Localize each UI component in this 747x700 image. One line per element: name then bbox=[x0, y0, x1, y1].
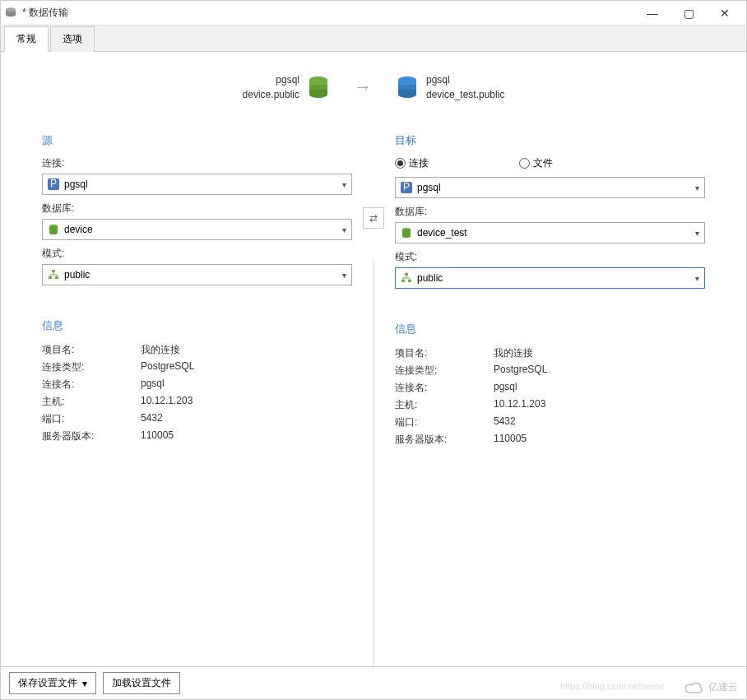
title-bar: * 数据传输 — ▢ ✕ bbox=[1, 1, 746, 25]
summary-target-conn: pgsql bbox=[426, 72, 504, 87]
source-connection-value: pgsql bbox=[64, 178, 88, 190]
postgres-icon: P bbox=[48, 178, 59, 190]
save-profile-button[interactable]: 保存设置文件 ▾ bbox=[9, 672, 96, 694]
cloud-icon bbox=[685, 681, 703, 694]
info-key: 项目名: bbox=[42, 343, 141, 357]
radio-file-label: 文件 bbox=[533, 156, 553, 170]
radio-connection[interactable]: 连接 bbox=[395, 156, 429, 170]
chevron-down-icon: ▾ bbox=[342, 271, 346, 280]
watermark: 亿速云 bbox=[685, 680, 738, 694]
info-val: pgsql bbox=[141, 378, 165, 392]
app-icon bbox=[4, 7, 17, 20]
source-panel: 源 连接: P pgsql ▾ 数据库: device ▾ 模式: public… bbox=[42, 125, 362, 666]
target-schema-value: public bbox=[417, 272, 443, 284]
source-schema-label: 模式: bbox=[42, 247, 352, 261]
swap-button[interactable]: ⇄ bbox=[363, 207, 384, 229]
target-database-label: 数据库: bbox=[395, 205, 705, 219]
svg-text:P: P bbox=[403, 182, 410, 192]
minimize-button[interactable]: — bbox=[634, 1, 670, 25]
info-val: 5432 bbox=[141, 412, 163, 426]
info-key: 连接类型: bbox=[42, 360, 141, 374]
info-key: 项目名: bbox=[395, 346, 494, 360]
radio-file[interactable]: 文件 bbox=[519, 156, 553, 170]
source-schema-select[interactable]: public ▾ bbox=[42, 264, 352, 285]
target-schema-select[interactable]: public ▾ bbox=[395, 267, 705, 289]
info-val: PostgreSQL bbox=[494, 364, 547, 378]
chevron-down-icon: ▾ bbox=[695, 183, 699, 192]
source-info-title: 信息 bbox=[42, 318, 352, 333]
source-title: 源 bbox=[42, 133, 352, 148]
info-key: 连接类型: bbox=[395, 364, 494, 378]
database-source-icon bbox=[308, 76, 329, 99]
schema-icon bbox=[48, 269, 59, 280]
target-database-select[interactable]: device_test ▾ bbox=[395, 222, 705, 243]
arrow-right-icon: → bbox=[354, 76, 372, 98]
target-panel: 目标 连接 文件 P pgsql ▾ 数据库: device_test ▾ bbox=[385, 125, 705, 666]
source-connection-label: 连接: bbox=[42, 156, 352, 170]
info-val: PostgreSQL bbox=[141, 360, 194, 374]
tab-options[interactable]: 选项 bbox=[50, 26, 95, 52]
svg-rect-14 bbox=[401, 280, 405, 282]
source-database-label: 数据库: bbox=[42, 202, 352, 216]
info-val: 110005 bbox=[494, 433, 527, 447]
info-val: 10.12.1.203 bbox=[141, 395, 193, 409]
swap-icon: ⇄ bbox=[369, 212, 378, 224]
info-key: 主机: bbox=[395, 398, 494, 412]
summary-target-db: device_test.public bbox=[426, 87, 504, 102]
target-info-title: 信息 bbox=[395, 322, 705, 336]
database-target-icon bbox=[397, 76, 418, 99]
close-button[interactable]: ✕ bbox=[707, 1, 743, 25]
watermark-url: https://blog.csdn.net/weixi bbox=[560, 681, 664, 691]
load-profile-button[interactable]: 加载设置文件 bbox=[103, 672, 180, 694]
radio-icon bbox=[395, 158, 406, 169]
dropdown-indicator-icon: ▾ bbox=[82, 678, 87, 689]
middle-separator: ⇄ bbox=[362, 125, 385, 666]
info-key: 连接名: bbox=[395, 381, 494, 395]
database-icon bbox=[401, 227, 412, 239]
svg-rect-8 bbox=[49, 276, 52, 279]
chevron-down-icon: ▾ bbox=[695, 274, 699, 283]
svg-rect-13 bbox=[405, 273, 408, 276]
window-title: * 数据传输 bbox=[22, 6, 634, 20]
info-key: 连接名: bbox=[42, 378, 141, 392]
tab-bar: 常规 选项 bbox=[1, 25, 746, 52]
chevron-down-icon: ▾ bbox=[695, 229, 699, 238]
summary-source-conn: pgsql bbox=[243, 72, 299, 87]
info-key: 服务器版本: bbox=[395, 433, 494, 447]
summary-source-db: device.public bbox=[243, 87, 299, 102]
radio-connection-label: 连接 bbox=[409, 156, 429, 170]
svg-rect-7 bbox=[52, 270, 55, 272]
source-database-select[interactable]: device ▾ bbox=[42, 219, 352, 240]
info-val: 我的连接 bbox=[141, 343, 180, 357]
target-title: 目标 bbox=[395, 133, 705, 148]
info-val: 10.12.1.203 bbox=[494, 398, 545, 412]
watermark-text: 亿速云 bbox=[708, 680, 738, 694]
maximize-button[interactable]: ▢ bbox=[670, 1, 707, 25]
target-database-value: device_test bbox=[417, 227, 467, 239]
info-key: 端口: bbox=[42, 412, 141, 426]
tab-general[interactable]: 常规 bbox=[4, 26, 49, 52]
transfer-summary: pgsql device.public → pgsql device_test.… bbox=[1, 52, 746, 125]
target-connection-value: pgsql bbox=[417, 182, 441, 193]
info-val: pgsql bbox=[494, 381, 517, 395]
info-key: 端口: bbox=[395, 415, 494, 429]
info-val: 5432 bbox=[494, 415, 516, 429]
database-icon bbox=[48, 224, 59, 235]
save-profile-label: 保存设置文件 bbox=[18, 676, 77, 690]
target-schema-label: 模式: bbox=[395, 250, 705, 264]
target-connection-select[interactable]: P pgsql ▾ bbox=[395, 177, 705, 198]
svg-rect-15 bbox=[408, 280, 411, 282]
info-key: 服务器版本: bbox=[42, 429, 141, 443]
chevron-down-icon: ▾ bbox=[342, 225, 346, 234]
chevron-down-icon: ▾ bbox=[342, 180, 346, 189]
source-database-value: device bbox=[64, 224, 93, 235]
source-connection-select[interactable]: P pgsql ▾ bbox=[42, 174, 352, 195]
info-val: 110005 bbox=[141, 429, 174, 443]
svg-text:P: P bbox=[50, 178, 57, 189]
vertical-divider bbox=[374, 262, 374, 666]
load-profile-label: 加载设置文件 bbox=[112, 676, 171, 690]
info-val: 我的连接 bbox=[494, 346, 533, 360]
info-key: 主机: bbox=[42, 395, 141, 409]
source-schema-value: public bbox=[64, 269, 90, 280]
svg-rect-9 bbox=[55, 276, 58, 279]
